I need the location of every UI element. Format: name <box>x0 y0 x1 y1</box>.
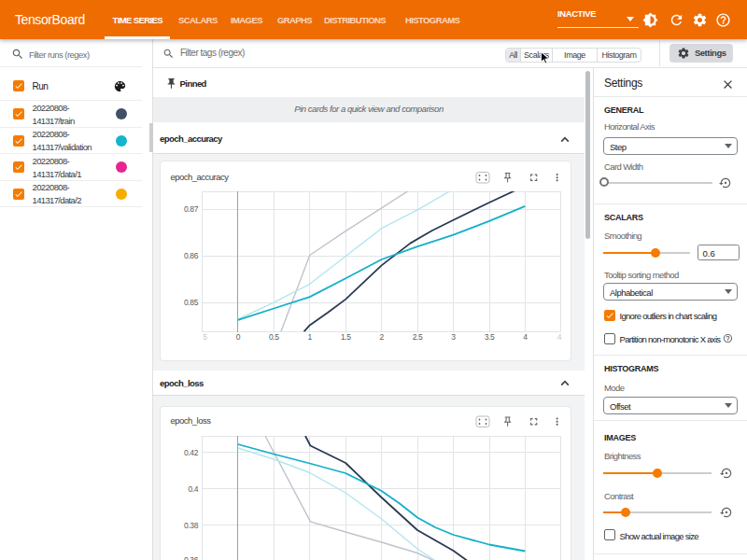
svg-text:0.87: 0.87 <box>184 204 199 214</box>
svg-text:4: 4 <box>523 332 528 342</box>
svg-text:0.4: 0.4 <box>188 484 198 494</box>
svg-text:4: 4 <box>557 332 562 342</box>
svg-text:1: 1 <box>308 332 313 342</box>
svg-text:0.5: 0.5 <box>269 332 279 342</box>
svg-text:3.5: 3.5 <box>485 332 495 342</box>
svg-text:2: 2 <box>379 332 384 342</box>
svg-text:2.5: 2.5 <box>413 332 423 342</box>
svg-text:0: 0 <box>236 332 241 342</box>
svg-text:0.42: 0.42 <box>184 448 199 457</box>
svg-text:0.38: 0.38 <box>184 521 199 530</box>
svg-text:3: 3 <box>451 332 456 342</box>
svg-text:0.85: 0.85 <box>184 298 199 307</box>
svg-text:5: 5 <box>203 332 207 342</box>
svg-text:1.5: 1.5 <box>341 332 351 342</box>
svg-text:epoch_accuracy: epoch_accuracy <box>170 172 229 182</box>
svg-text:epoch_loss: epoch_loss <box>170 415 211 426</box>
svg-text:0.36: 0.36 <box>184 555 199 560</box>
svg-text:0.86: 0.86 <box>184 251 199 260</box>
